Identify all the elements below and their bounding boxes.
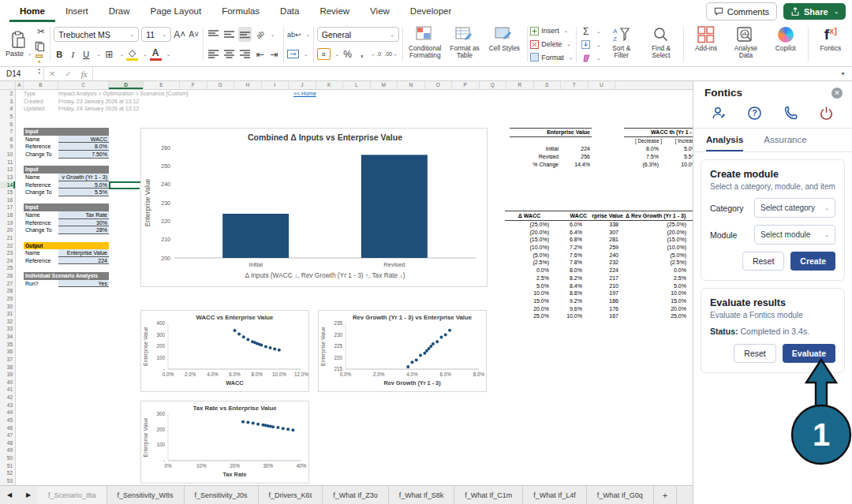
align-middle-icon[interactable] [222, 27, 236, 42]
row-header-32[interactable]: 32 [0, 318, 15, 326]
row-header-5[interactable]: 5 [0, 113, 15, 121]
column-header-R[interactable]: R [506, 81, 534, 89]
cell-value[interactable]: 7.6% [554, 252, 587, 259]
row-header-8[interactable]: 8 [0, 136, 15, 144]
align-left-icon[interactable] [207, 47, 220, 62]
column-header-F[interactable]: F [180, 81, 207, 89]
row-header-13[interactable]: 13 [0, 174, 15, 181]
column-header-M[interactable]: M [371, 81, 398, 89]
cell-value[interactable]: (10.0%) [505, 244, 554, 252]
cell-value[interactable]: 15.0% [623, 297, 693, 305]
cell-value[interactable]: (5.0%) [623, 252, 693, 259]
cell-value[interactable]: 30% [58, 219, 109, 227]
cell-label[interactable]: Name [24, 249, 58, 257]
meta-label[interactable]: Updated [24, 105, 58, 113]
cell-value[interactable]: (2.5%) [505, 259, 554, 267]
row-header-53[interactable]: 53 [0, 477, 15, 485]
cell-value[interactable]: 217 [587, 274, 623, 282]
cell-value[interactable]: 8.0% [58, 143, 109, 151]
increase-decimal-icon[interactable]: ←.0 [370, 47, 382, 61]
cell-value[interactable]: 7.50% [58, 151, 109, 159]
cell-value[interactable]: (20.0%) [505, 229, 554, 237]
row-header-22[interactable]: 22 [0, 242, 15, 250]
sheet-tab-f-what-if-g0q[interactable]: f_What If_G0q [587, 486, 654, 504]
help-icon[interactable]: ? [747, 106, 762, 121]
row-header-49[interactable]: 49 [0, 446, 15, 454]
row-header-19[interactable]: 19 [0, 219, 15, 227]
row-header-25[interactable]: 25 [0, 264, 15, 272]
column-header-U[interactable]: U [589, 81, 616, 89]
borders-icon[interactable]: ⊞ [103, 47, 115, 61]
row-header-10[interactable]: 10 [0, 151, 15, 159]
column-header-D[interactable]: D [109, 81, 144, 89]
row-header-46[interactable]: 46 [0, 424, 15, 432]
rev-growth-sensitivity-chart[interactable]: Rev Growth (Yr 1 - 3) vs Enterprise Valu… [318, 310, 487, 392]
increase-indent-icon[interactable]: ⇥ [268, 47, 280, 61]
cell-value[interactable]: 9.2% [554, 297, 587, 305]
cell-value[interactable]: 20.0% [623, 305, 693, 313]
row-header-6[interactable]: 6 [0, 121, 15, 129]
cell-value[interactable]: 338 [587, 221, 623, 229]
sheet-tab-f-drivers-k6t[interactable]: f_Drivers_K6t [259, 486, 323, 504]
row-header-30[interactable]: 30 [0, 303, 15, 311]
meta-label[interactable]: Created [24, 98, 58, 106]
cell-value[interactable]: 210 [587, 282, 623, 290]
meta-label[interactable]: Type [24, 90, 58, 98]
row-header-31[interactable]: 31 [0, 310, 15, 318]
format-as-table-button[interactable]: Format as Table [445, 24, 484, 65]
row-header-48[interactable]: 48 [0, 439, 15, 447]
formula-bar-expand-icon[interactable]: ▼ [834, 71, 852, 77]
tax-rate-sensitivity-chart[interactable]: Tax Rate vs Enterprise Value-1002003000%… [140, 401, 309, 483]
bold-button[interactable]: B [54, 50, 65, 59]
cell-styles-button[interactable]: Cell Styles [484, 24, 524, 65]
row-value[interactable]: 224 [559, 145, 592, 153]
row-value[interactable]: 256 [559, 153, 592, 161]
cell-value[interactable]: 7.2% [554, 244, 587, 252]
power-icon[interactable] [819, 106, 834, 121]
clear-icon[interactable] [580, 51, 592, 65]
row-header-41[interactable]: 41 [0, 386, 15, 394]
cell-label[interactable]: Reference [24, 181, 58, 189]
cell-value[interactable]: 5.5% [58, 189, 109, 196]
sheet-tab-f-what-if-c1m[interactable]: f_What If_C1m [454, 486, 523, 504]
row-header-50[interactable]: 50 [0, 454, 15, 462]
row-header-47[interactable]: 47 [0, 431, 15, 439]
corner-select-all[interactable] [0, 81, 16, 89]
decrease-font-icon[interactable]: A˅ [188, 28, 200, 41]
cell-label[interactable]: Reference [24, 219, 58, 227]
cell-value[interactable]: 8.4% [554, 282, 587, 290]
tab-assurance[interactable]: Assurance [764, 135, 806, 151]
cell-label[interactable]: Change To [24, 151, 58, 159]
row-header-40[interactable]: 40 [0, 379, 15, 386]
ribbon-tab-draw[interactable]: Draw [99, 0, 140, 22]
cell-value[interactable]: 5.0% [505, 282, 554, 290]
fill-color-icon[interactable]: ◇ [126, 47, 138, 61]
ribbon-tab-review[interactable]: Review [309, 0, 360, 22]
ribbon-tab-formulas[interactable]: Formulas [211, 0, 270, 22]
cell-value[interactable]: 6.4% [554, 229, 587, 237]
phone-icon[interactable] [783, 106, 798, 121]
column-header-E[interactable]: E [144, 81, 180, 89]
module-select[interactable]: Select module⌄ [754, 225, 835, 245]
cell-value[interactable]: 7.8% [554, 259, 587, 267]
cell-value[interactable]: 2.5% [505, 274, 554, 282]
home-link[interactable]: << Home [293, 91, 316, 96]
cell-value[interactable]: 25.0% [505, 312, 554, 320]
cell-value[interactable]: 176 [587, 305, 623, 313]
cell-label[interactable]: Change To [24, 189, 58, 196]
addins-button[interactable]: Add-ins [686, 24, 726, 65]
cell-value[interactable]: (2.5%) [623, 259, 693, 267]
decrease-decimal-icon[interactable]: .00→ [384, 47, 398, 61]
font-size-combo[interactable]: 11⌄ [141, 27, 171, 42]
row-header-14[interactable]: 14 [0, 181, 15, 189]
cell-value[interactable]: 28% [58, 226, 109, 234]
copilot-button[interactable]: Copilot [766, 24, 805, 65]
copy-icon[interactable] [35, 41, 45, 51]
meta-value[interactable]: Friday, 23 January 2026 at 13:12 [58, 99, 139, 104]
row-header-3[interactable]: 3 [0, 98, 15, 106]
column-header-C[interactable]: C [58, 81, 109, 89]
row-label[interactable]: Revised [510, 153, 559, 161]
row-header-35[interactable]: 35 [0, 341, 15, 349]
analyse-data-button[interactable]: Analyse Data [726, 24, 765, 65]
cell-label[interactable]: Name [24, 174, 58, 181]
